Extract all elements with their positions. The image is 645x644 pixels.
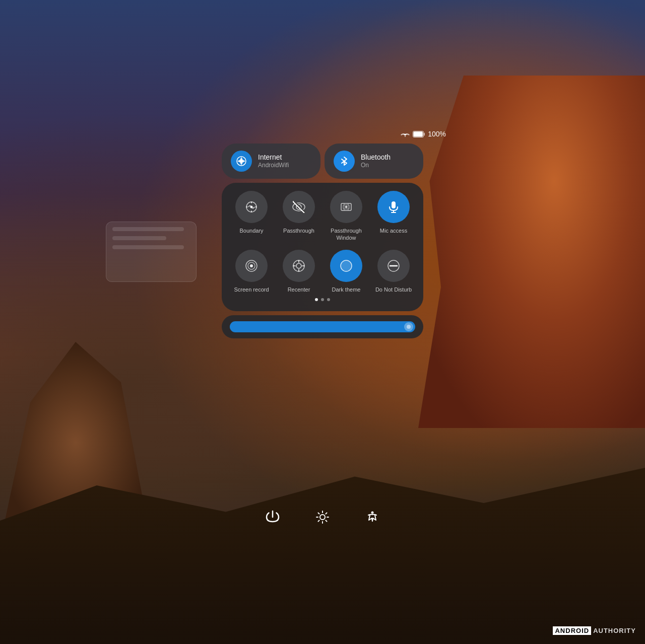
dark-theme-label: Dark theme xyxy=(332,286,361,293)
accessibility-button[interactable] xyxy=(361,506,383,528)
brightness-area[interactable] xyxy=(222,315,423,338)
mic-access-icon-circle xyxy=(377,191,410,223)
passthrough-window-icon-circle xyxy=(330,191,362,223)
svg-point-22 xyxy=(296,263,301,268)
passthrough-window-tile[interactable]: Passthrough Window xyxy=(325,191,368,242)
do-not-disturb-tile[interactable]: Do Not Disturb xyxy=(372,250,415,293)
screen-record-tile[interactable]: Screen record xyxy=(230,250,273,293)
battery-icon xyxy=(413,131,425,137)
mic-access-tile[interactable]: Mic access xyxy=(372,191,415,242)
internet-tile-subtitle: AndroidWifi xyxy=(258,162,289,169)
bluetooth-tile-text: Bluetooth On xyxy=(361,153,391,169)
internet-tile-text: Internet AndroidWifi xyxy=(258,153,289,169)
grid-row-1: Boundary Passthrough xyxy=(230,191,415,242)
mic-access-label: Mic access xyxy=(380,227,407,234)
boundary-tile[interactable]: Boundary xyxy=(230,191,273,242)
top-tiles-row: Internet AndroidWifi Bluetooth On xyxy=(222,144,423,179)
ghost-card xyxy=(106,222,197,282)
svg-rect-15 xyxy=(392,201,396,208)
screen-record-icon-circle xyxy=(235,250,268,282)
bluetooth-icon-circle xyxy=(334,151,355,172)
watermark-brand: ANDROID xyxy=(553,626,591,635)
grid-panel: Boundary Passthrough xyxy=(222,183,423,311)
svg-rect-2 xyxy=(414,131,423,136)
bluetooth-tile-title: Bluetooth xyxy=(361,153,391,162)
recenter-tile[interactable]: Recenter xyxy=(277,250,320,293)
pagination-dots xyxy=(230,298,415,301)
svg-point-31 xyxy=(407,325,411,329)
svg-point-32 xyxy=(320,515,325,520)
pagination-dot-1[interactable] xyxy=(315,298,318,301)
rock-formation-right xyxy=(418,76,645,428)
svg-point-5 xyxy=(250,206,253,208)
boundary-label: Boundary xyxy=(239,227,263,234)
brightness-knob xyxy=(404,322,413,331)
internet-tile-title: Internet xyxy=(258,153,289,162)
dark-theme-tile[interactable]: Dark theme xyxy=(325,250,368,293)
grid-row-2: Screen record Recenter xyxy=(230,250,415,293)
svg-point-20 xyxy=(250,264,253,267)
ghost-line xyxy=(112,227,184,231)
passthrough-icon-circle xyxy=(283,191,315,223)
battery-percent: 100% xyxy=(428,130,446,138)
do-not-disturb-icon-circle xyxy=(377,250,410,282)
recenter-label: Recenter xyxy=(288,286,310,293)
bluetooth-tile-subtitle: On xyxy=(361,162,391,169)
svg-point-33 xyxy=(371,512,374,514)
status-bar: 100% xyxy=(401,130,446,138)
settings-button[interactable] xyxy=(311,506,334,528)
power-button[interactable] xyxy=(262,506,284,528)
boundary-icon-circle xyxy=(235,191,268,223)
internet-tile[interactable]: Internet AndroidWifi xyxy=(222,144,320,179)
internet-icon-circle xyxy=(231,151,252,172)
bluetooth-tile[interactable]: Bluetooth On xyxy=(325,144,423,179)
passthrough-window-label: Passthrough Window xyxy=(331,227,362,242)
svg-rect-1 xyxy=(424,132,425,135)
ground xyxy=(0,468,645,644)
pagination-dot-3[interactable] xyxy=(327,298,330,301)
wifi-icon xyxy=(401,130,410,137)
bottom-bar xyxy=(262,506,383,528)
recenter-icon-circle xyxy=(283,250,315,282)
screen-record-label: Screen record xyxy=(234,286,269,293)
quick-settings-panel: Internet AndroidWifi Bluetooth On xyxy=(222,144,423,338)
do-not-disturb-label: Do Not Disturb xyxy=(375,286,412,293)
ghost-line xyxy=(112,245,184,249)
passthrough-tile[interactable]: Passthrough xyxy=(277,191,320,242)
dark-theme-icon-circle xyxy=(330,250,362,282)
passthrough-label: Passthrough xyxy=(283,227,314,234)
pagination-dot-2[interactable] xyxy=(321,298,324,301)
watermark-suffix: AUTHORITY xyxy=(593,627,636,634)
ghost-line xyxy=(112,236,166,240)
brightness-slider[interactable] xyxy=(230,321,415,332)
watermark: ANDROID AUTHORITY xyxy=(553,626,636,635)
